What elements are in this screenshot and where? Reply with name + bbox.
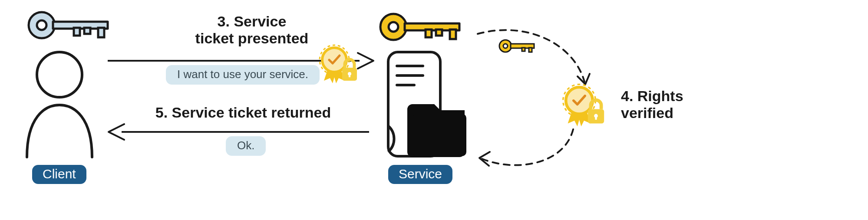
svg-rect-16: [436, 30, 442, 36]
person-icon: [18, 49, 101, 161]
step-3-line2: ticket presented: [195, 30, 309, 46]
ticket-badge-on-arrow: [317, 43, 360, 87]
step-5-bubble: Ok.: [226, 136, 266, 156]
service-label-badge: Service: [388, 165, 452, 184]
arrow-5-head: [106, 122, 126, 141]
server-folder-icon: [382, 48, 469, 161]
dashed-arc-bottom: [469, 125, 582, 177]
step-4-title: 4. Rights verified: [621, 88, 708, 121]
step-3-bubble: I want to use your service.: [166, 65, 320, 85]
service-key-icon: [378, 10, 465, 44]
svg-rect-5: [98, 28, 104, 37]
svg-point-6: [37, 52, 82, 97]
svg-rect-17: [450, 30, 456, 39]
step-4-line2: verified: [621, 105, 673, 121]
svg-point-1: [37, 20, 46, 30]
step-3-title: 3. Service ticket presented: [165, 13, 339, 47]
client-label-badge: Client: [32, 165, 86, 184]
svg-rect-15: [426, 30, 432, 37]
svg-rect-4: [84, 28, 90, 34]
svg-rect-3: [74, 28, 80, 36]
arrow-5-line: [122, 131, 369, 133]
ticket-badge-right: [560, 82, 608, 130]
step-4-line1: 4. Rights: [621, 88, 683, 104]
client-key-icon: [26, 8, 113, 43]
step-5-title: 5. Service ticket returned: [130, 104, 356, 121]
svg-rect-22: [413, 114, 466, 156]
step-3-line1: 3. Service: [218, 13, 287, 30]
svg-point-13: [389, 22, 398, 32]
svg-rect-11: [349, 74, 350, 77]
svg-rect-32: [595, 116, 597, 120]
